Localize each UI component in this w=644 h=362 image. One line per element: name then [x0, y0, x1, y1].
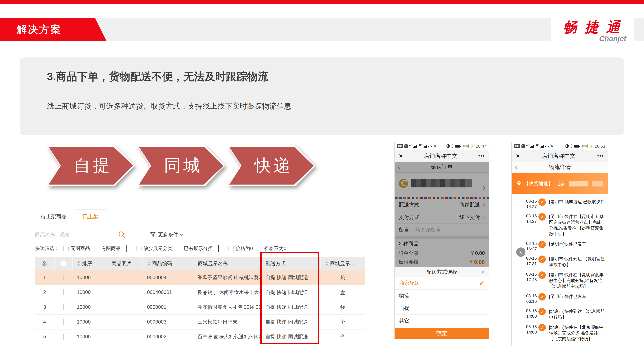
cell-delivery: 自提 快递 同城配送: [261, 304, 320, 311]
entry-text: [昆明市]快件在【昆明市五华区东寺街速运营业点】完成分拣,准备发往 【昆明官渡集…: [549, 213, 605, 237]
option-logistics[interactable]: 物流: [394, 290, 489, 302]
wifi-icon: [428, 144, 432, 149]
checkbox-missing-category[interactable]: [136, 246, 142, 251]
miniprogram-nav: × 店铺名称中文 •••: [394, 150, 489, 162]
divider: [126, 245, 126, 252]
arrow-same-city: 同城: [137, 145, 225, 186]
cell-sort: 10000: [72, 275, 107, 280]
back-icon[interactable]: [398, 165, 402, 169]
more-icon[interactable]: •••: [597, 153, 604, 159]
more-filters-label: 更多条件: [158, 231, 178, 238]
cell-name: 朝花惜时零食大礼包 30袋 390g: [193, 304, 261, 311]
timeline-entry: 08-1814:00 ✓ [北京市]快件在【北京顺航中转场】完成分拣,准备发往 …: [514, 324, 605, 342]
delivery-method-modal: 配送方式选择 × 商家配送 ✓ 物流 自提 其它 确定: [394, 267, 489, 340]
timeline-entry: 08-1606:16 ✓ [昆明市]快件已发车: [514, 293, 605, 304]
table-row[interactable]: 5 10000 0000002 百草味 卤味大礼包送礼休闲零... 自提 快递 …: [35, 330, 365, 344]
checkbox-has-image[interactable]: [94, 246, 99, 251]
cell-unit: 盒: [320, 333, 365, 340]
decorative-dashed-divider: [395, 197, 489, 199]
entry-time: 17:48: [514, 277, 537, 282]
blurred-address: [592, 181, 604, 186]
filter-label: 已有展示分类: [184, 245, 213, 252]
option-label: 其它: [399, 317, 410, 324]
filter-label: 无图商品: [70, 245, 90, 252]
battery-level: 100: [581, 144, 588, 148]
logo-cn-text: 畅 捷 通: [563, 20, 622, 34]
close-icon[interactable]: ×: [516, 152, 520, 159]
select-all-checkbox[interactable]: [54, 257, 72, 270]
column-header-name: 商城显示名称: [193, 257, 261, 270]
charging-icon: ⚡: [470, 144, 474, 148]
logistics-page-title: 物流详情: [549, 163, 571, 171]
table-row[interactable]: 4 10000 0000003 三只松鼠每日坚果 自提 快递 同城配送 个: [35, 315, 365, 330]
back-icon[interactable]: [515, 166, 519, 169]
sim-badge: 1: [404, 144, 408, 148]
column-label: 商城显示...: [330, 260, 354, 267]
cell-unit: 个: [320, 319, 365, 325]
receiver-row[interactable]: [394, 173, 489, 194]
more-icon[interactable]: •••: [478, 153, 485, 159]
row-checkbox[interactable]: [63, 334, 64, 340]
row-index: 2: [35, 290, 54, 295]
delivery-method-row[interactable]: 配送方式 商家配送: [394, 199, 489, 211]
message-row[interactable]: 留言: 给商家留言: [394, 224, 489, 236]
option-self-pickup[interactable]: 自提: [394, 302, 489, 315]
search-icon[interactable]: [118, 231, 126, 238]
row-checkbox[interactable]: [63, 319, 64, 325]
floating-back-button[interactable]: [516, 247, 526, 257]
more-filters-button[interactable]: 更多条件: [150, 231, 183, 238]
option-merchant-delivery[interactable]: 商家配送 ✓: [394, 277, 489, 290]
row-value: 商家配送: [459, 201, 480, 208]
column-header-sort[interactable]: 排序: [72, 257, 107, 270]
funnel-icon: [150, 232, 156, 238]
cell-code: 0000003: [142, 319, 193, 325]
row-checkbox[interactable]: [63, 275, 64, 280]
tab-on-shelf[interactable]: 已上架: [75, 209, 106, 224]
column-settings[interactable]: ⚙: [35, 257, 54, 270]
entry-text: [北京市]快件在【北京顺航中转场】完成分拣,准备发往 【北京南法信中转场】: [549, 324, 605, 342]
cell-name: 香瓜子坚果炒货 山核桃味葵花籽: [193, 274, 261, 281]
cell-name: 三只松鼠每日坚果: [193, 319, 261, 325]
confirm-button[interactable]: 确定: [394, 328, 489, 339]
cell-unit: 袋: [320, 304, 365, 311]
tab-pending-products[interactable]: 待上架商品: [35, 209, 72, 224]
message-input[interactable]: 给商家留言: [416, 226, 441, 233]
column-header-unit[interactable]: 商城显示...: [320, 257, 365, 270]
cell-unit: 袋: [320, 274, 365, 281]
address-banner: 【收货地址】 北京: [512, 173, 608, 194]
sort-icons: [147, 261, 150, 266]
checkbox-has-category[interactable]: [176, 246, 182, 251]
cell-delivery: 自提 快递 同城配送: [261, 333, 320, 340]
modal-header: 配送方式选择 ×: [394, 267, 489, 277]
order-amount-row: 订单金额 ¥ 0.00: [394, 249, 489, 258]
column-label: 商品编码: [152, 260, 172, 267]
slide-top-bar: [0, 0, 644, 4]
close-icon[interactable]: ×: [481, 269, 484, 276]
phone-logistics-screenshot: HD 1 4G 4G N ᛒ 100 ⚡ 20:51 × 店铺名称中文 •••: [511, 142, 608, 347]
page-subtitle: 线上商城订货，可选多种送货、取货方式，支持线上线下实时跟踪物流信息: [47, 101, 624, 111]
bluetooth-icon: ᛒ: [452, 144, 454, 148]
order-page-dimmed: 确认订单 配送方式 商家配送 支付方式 线下支付 留言: 给商家留言: [394, 162, 489, 267]
entry-text: [昆明市]快件已发车: [549, 293, 605, 304]
checkbox-price-zero[interactable]: [228, 246, 234, 251]
chevron-left-icon: [520, 251, 523, 254]
row-index: 1: [35, 275, 54, 280]
cell-delivery: 自提 快递 同城配送: [261, 274, 320, 281]
payment-method-row[interactable]: 支付方式 线下支付: [394, 211, 489, 224]
option-other[interactable]: 其它: [394, 315, 489, 327]
checkbox-no-image[interactable]: [63, 246, 68, 251]
row-checkbox[interactable]: [63, 290, 64, 295]
table-row[interactable]: 1 10000 0000004 香瓜子坚果炒货 山核桃味葵花籽 自提 快递 同城…: [35, 270, 365, 285]
table-row[interactable]: 3 10000 0000001 朝花惜时零食大礼包 30袋 390g 自提 快递…: [35, 300, 365, 315]
nfc-icon: N: [433, 144, 437, 148]
blurred-address: [569, 181, 588, 186]
search-input[interactable]: 商品名称、规格: [35, 231, 70, 238]
column-header-code[interactable]: 商品编码: [142, 257, 193, 270]
charging-icon: ⚡: [589, 144, 593, 148]
check-circle-icon: ✓: [538, 271, 546, 279]
tab-bar: 待上架商品 已上架: [35, 209, 365, 224]
close-icon[interactable]: ×: [399, 152, 403, 159]
checkbox-price-nonzero[interactable]: [257, 246, 262, 251]
table-row[interactable]: 2 10000 000400001 良品铺子 休闲零食水果干大礼... 自提 快…: [35, 285, 365, 300]
row-checkbox[interactable]: [63, 304, 64, 310]
